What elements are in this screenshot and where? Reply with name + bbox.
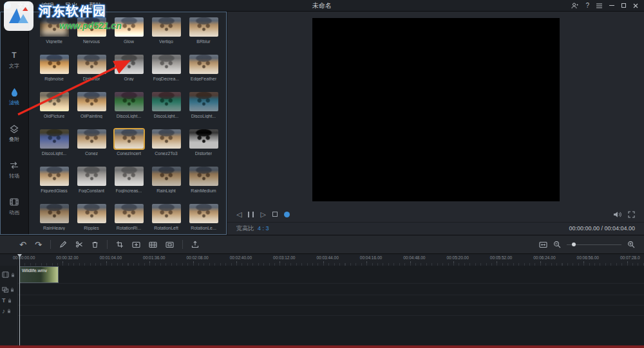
delete-button[interactable]: [91, 241, 99, 248]
filter-item[interactable]: DiscoLight...: [185, 92, 222, 129]
zoom-region-button[interactable]: [132, 241, 140, 248]
filter-label: Conez2To3: [155, 151, 177, 156]
filter-label: RotationLeft: [154, 226, 178, 230]
redo-button[interactable]: ↷: [35, 241, 42, 249]
lock-icon[interactable]: [7, 309, 11, 313]
filter-item[interactable]: OilPainting: [73, 92, 110, 129]
freeze-frame-button[interactable]: [166, 241, 174, 248]
filter-item[interactable]: EdgeFeather: [185, 55, 222, 92]
zoom-slider-handle[interactable]: [572, 243, 576, 246]
text-track-header[interactable]: T: [0, 297, 18, 304]
filter-item[interactable]: RainHeavy: [35, 204, 73, 235]
help-icon[interactable]: ?: [585, 3, 589, 9]
split-button[interactable]: [75, 241, 83, 248]
filter-item[interactable]: RainLight: [147, 167, 185, 204]
toolbar-divider: [107, 240, 108, 249]
filter-label: Vertigo: [159, 39, 173, 44]
filter-item[interactable]: FogIncreas...: [110, 167, 147, 204]
filter-item[interactable]: RotationLeft: [147, 204, 185, 235]
stop-button[interactable]: [272, 212, 278, 217]
timeline-clip[interactable]: Wildlife.wmv: [19, 266, 59, 283]
filter-item[interactable]: DiscoLight...: [110, 92, 147, 129]
filter-item[interactable]: RotationRi...: [110, 204, 147, 235]
sidebar-item-transitions[interactable]: 转场: [0, 160, 28, 179]
filter-label: Distorter: [195, 151, 212, 156]
filter-item[interactable]: Distortor: [73, 55, 110, 92]
filter-item[interactable]: Glow: [110, 17, 147, 55]
filter-item[interactable]: FogConstant: [73, 167, 110, 204]
overlay-track[interactable]: [0, 284, 644, 295]
filter-item[interactable]: Vignette: [35, 17, 73, 55]
playhead[interactable]: [19, 254, 20, 345]
filter-item[interactable]: OldPicture: [35, 92, 73, 129]
zoom-out-icon[interactable]: [553, 241, 561, 248]
crop-button[interactable]: [116, 241, 124, 248]
filter-item[interactable]: Ripples: [73, 204, 110, 235]
filter-thumbnail: [152, 204, 181, 223]
previous-frame-button[interactable]: ◁: [236, 211, 242, 218]
filter-item[interactable]: RainMedium: [185, 167, 222, 204]
filter-item[interactable]: ConezIncert: [110, 129, 147, 167]
record-button[interactable]: [284, 212, 290, 217]
fit-timeline-icon[interactable]: [539, 241, 547, 248]
filter-item[interactable]: Vertigo: [147, 17, 185, 55]
filter-item[interactable]: Nervous: [73, 17, 110, 55]
edit-button[interactable]: [59, 241, 67, 248]
filter-item[interactable]: Gray: [110, 55, 147, 92]
mosaic-button[interactable]: [149, 241, 157, 248]
lock-icon[interactable]: [11, 273, 15, 277]
filter-grid: VignetteNervousGlowVertigoBRblurRgbnoise…: [35, 17, 222, 235]
ruler-timestamp: 00:07:28.0: [620, 255, 640, 260]
audio-track[interactable]: [0, 306, 644, 316]
menu-item[interactable]: 编辑: [41, 1, 55, 10]
filter-item[interactable]: Conez: [73, 129, 110, 167]
app-window: 文件编辑导出帮助 未命名 ? T 文字: [0, 0, 644, 348]
zoom-slider[interactable]: [567, 244, 621, 245]
ruler-timestamp: 00:03:44.00: [316, 255, 338, 260]
sidebar-item-text[interactable]: T 文字: [0, 50, 28, 69]
aspect-ratio-value[interactable]: 4 : 3: [258, 225, 269, 232]
play-button[interactable]: ▷: [260, 211, 265, 218]
filter-item[interactable]: DiscoLight...: [147, 92, 185, 129]
filter-label: EdgeFeather: [191, 77, 216, 81]
timeline-ruler[interactable]: 00:00:00.0000:00:32.0000:01:04.0000:01:3…: [0, 254, 644, 266]
lock-icon[interactable]: [8, 298, 12, 303]
close-button[interactable]: [633, 3, 638, 8]
fullscreen-icon[interactable]: [628, 211, 635, 218]
volume-icon[interactable]: [613, 211, 621, 218]
account-icon[interactable]: [571, 3, 578, 9]
zoom-in-icon[interactable]: [627, 241, 635, 248]
minimize-button[interactable]: [609, 5, 614, 6]
filter-thumbnail: [189, 129, 218, 149]
pause-button[interactable]: [248, 212, 254, 217]
undo-button[interactable]: ↶: [19, 241, 26, 249]
filter-item[interactable]: Conez2To3: [147, 129, 185, 167]
filter-item[interactable]: Rgbnoise: [35, 55, 73, 92]
filter-item[interactable]: Distorter: [185, 129, 222, 167]
filter-item[interactable]: RotationLe...: [185, 204, 222, 235]
toolbar-divider: [182, 240, 183, 249]
filter-label: BRblur: [196, 39, 210, 44]
sidebar-item-animation[interactable]: 动画: [0, 197, 28, 216]
audio-track-header[interactable]: ♪: [0, 307, 18, 315]
video-track-header[interactable]: [0, 268, 18, 281]
filter-item[interactable]: FiguredGlass: [35, 167, 73, 204]
video-track[interactable]: [0, 266, 644, 284]
filter-item[interactable]: FogDecrea...: [147, 55, 185, 92]
menu-icon[interactable]: [596, 3, 602, 8]
menu-item[interactable]: 导出: [64, 1, 79, 10]
menu-item[interactable]: 文件: [17, 1, 31, 10]
text-icon: T: [9, 50, 19, 60]
export-frame-button[interactable]: [191, 241, 199, 248]
menu-item[interactable]: 帮助: [88, 1, 102, 10]
sidebar-item-filters[interactable]: 滤镜: [0, 87, 28, 106]
overlay-track-header[interactable]: [0, 286, 18, 293]
filter-item[interactable]: BRblur: [185, 17, 222, 55]
filter-thumbnail: [115, 204, 144, 223]
maximize-button[interactable]: [621, 3, 626, 8]
text-track[interactable]: [0, 295, 644, 306]
filter-item[interactable]: DiscoLight...: [35, 129, 73, 167]
sidebar-item-label: 叠附: [9, 136, 19, 143]
sidebar-item-overlays[interactable]: 叠附: [0, 124, 28, 143]
lock-icon[interactable]: [10, 288, 14, 292]
